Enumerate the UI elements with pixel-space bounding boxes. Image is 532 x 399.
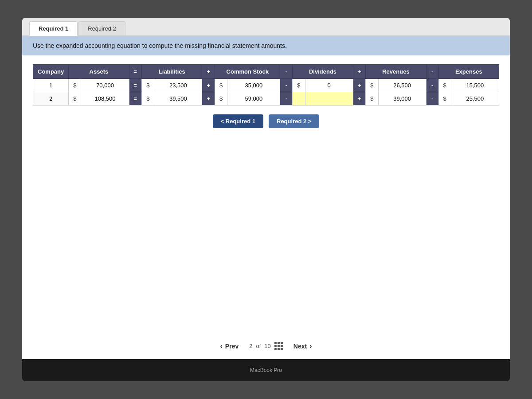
- prev-arrow-icon: ‹: [220, 342, 223, 350]
- row2-eq: =: [129, 92, 142, 106]
- col-common-stock: Common Stock: [215, 65, 280, 79]
- row2-minus1: -: [280, 92, 293, 106]
- row1-exp-dollar: $: [438, 79, 451, 92]
- row1-assets-dollar: $: [69, 79, 81, 92]
- col-liabilities: Liabilities: [142, 65, 202, 79]
- row2-rev-dollar: $: [366, 92, 378, 106]
- row2-liab: 39,500: [154, 92, 202, 106]
- page-info: 2 of 10: [249, 342, 283, 350]
- row1-div-dollar: $: [293, 79, 305, 92]
- row1-minus1: -: [280, 79, 293, 92]
- row2-liab-dollar: $: [142, 92, 154, 106]
- row2-rev: 39,000: [378, 92, 426, 106]
- col-minus2: -: [426, 65, 438, 79]
- required2-nav-button[interactable]: Required 2 >: [269, 114, 319, 128]
- row1-plus1: +: [202, 79, 215, 92]
- row1-rev-dollar: $: [366, 79, 378, 92]
- row2-plus1: +: [202, 92, 215, 106]
- next-arrow-icon: ›: [309, 342, 312, 350]
- row1-liab: 23,500: [154, 79, 202, 92]
- prev-label: Prev: [225, 343, 239, 350]
- row1-plus2: +: [353, 79, 366, 92]
- row2-cs: 59,000: [227, 92, 280, 106]
- col-eq: =: [129, 65, 142, 79]
- col-dividends: Dividends: [293, 65, 353, 79]
- row1-rev: 26,500: [378, 79, 426, 92]
- table-row: 2 $ 108,500 = $ 39,500 + $ 59,000 -: [33, 92, 499, 106]
- instruction-text: Use the expanded accounting equation to …: [22, 36, 510, 55]
- row2-minus2: -: [426, 92, 438, 106]
- row2-plus2: +: [353, 92, 366, 106]
- table-row: 1 $ 70,000 = $ 23,500 + $ 35,000 - $ 0: [33, 79, 499, 92]
- col-expenses: Expenses: [438, 65, 499, 79]
- row1-cs-dollar: $: [215, 79, 227, 92]
- row2-div[interactable]: [305, 92, 353, 106]
- tab-required2[interactable]: Required 2: [78, 21, 125, 35]
- row1-div: 0: [305, 79, 353, 92]
- next-button[interactable]: Next ›: [293, 342, 312, 350]
- row2-company: 2: [33, 92, 69, 106]
- row1-company: 1: [33, 79, 69, 92]
- row2-assets: 108,500: [81, 92, 129, 106]
- row1-liab-dollar: $: [142, 79, 154, 92]
- next-label: Next: [293, 343, 307, 350]
- required1-nav-button[interactable]: < Required 1: [213, 114, 263, 128]
- col-company: Company: [33, 65, 69, 79]
- row2-cs-dollar: $: [215, 92, 227, 106]
- row2-exp-dollar: $: [438, 92, 451, 106]
- col-minus1: -: [280, 65, 293, 79]
- col-assets: Assets: [69, 65, 129, 79]
- prev-button[interactable]: ‹ Prev: [220, 342, 239, 350]
- macbook-bar: MacBook Pro: [22, 359, 510, 381]
- row2-exp: 25,500: [451, 92, 499, 106]
- col-revenues: Revenues: [366, 65, 426, 79]
- grid-icon: [274, 342, 283, 350]
- col-plus1: +: [202, 65, 215, 79]
- tab-required1[interactable]: Required 1: [29, 21, 78, 36]
- row1-eq: =: [129, 79, 142, 92]
- row1-cs: 35,000: [227, 79, 280, 92]
- row2-div-dollar: [293, 92, 305, 106]
- row1-assets: 70,000: [81, 79, 129, 92]
- row1-minus2: -: [426, 79, 438, 92]
- col-plus2: +: [353, 65, 366, 79]
- accounting-table: Company Assets = Liabilities + Common St…: [33, 64, 499, 106]
- row1-exp: 15,500: [451, 79, 499, 92]
- row2-assets-dollar: $: [69, 92, 81, 106]
